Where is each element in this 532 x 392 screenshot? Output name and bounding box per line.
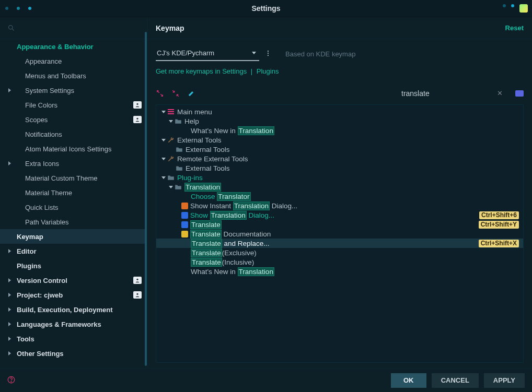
sidebar-item-languages-frameworks[interactable]: Languages & Frameworks <box>0 317 147 331</box>
tree-row[interactable]: TranslateCtrl+Shift+Y <box>156 220 523 229</box>
edit-icon[interactable] <box>187 89 195 98</box>
folder-icon <box>175 145 183 153</box>
tree-row[interactable]: Main menu <box>156 107 523 116</box>
menu-icon <box>167 108 175 116</box>
page-title: Keymap <box>156 24 184 32</box>
project-badge-icon <box>133 277 142 284</box>
clear-search-icon[interactable]: ✕ <box>497 89 503 97</box>
svg-point-5 <box>136 293 138 295</box>
project-badge-icon <box>133 291 142 299</box>
chevron-right-icon <box>7 88 11 92</box>
folder-icon <box>167 173 175 182</box>
expand-all-icon[interactable] <box>156 89 164 98</box>
tree-row[interactable]: Show Instant Translation Dialog... <box>156 201 523 210</box>
filter-icon[interactable] <box>515 90 524 97</box>
ok-button[interactable]: OK <box>391 373 426 388</box>
shortcut-badge: Ctrl+Shift+6 <box>479 211 519 219</box>
sidebar-item-appearance[interactable]: Appearance <box>0 54 147 68</box>
chevron-right-icon <box>7 307 11 312</box>
help-icon[interactable] <box>7 376 15 385</box>
sidebar-item-label: Project: cjweb <box>17 291 63 299</box>
plugins-link[interactable]: Plugins <box>257 67 279 75</box>
tree-row[interactable]: What's New in Translation <box>156 126 523 135</box>
content-pane: Keymap Reset CJ's KDE/Pycharm Based on K… <box>147 17 532 368</box>
svg-point-16 <box>11 381 11 382</box>
tree-row[interactable]: Remote External Tools <box>156 154 523 163</box>
reset-link[interactable]: Reset <box>505 24 524 32</box>
tree-row[interactable]: Translate Documentation <box>156 229 523 239</box>
tree-row[interactable]: External Tools <box>156 135 523 145</box>
sidebar-item-system-settings[interactable]: System Settings <box>0 83 147 98</box>
tree-row[interactable]: What's New in Translation <box>156 267 523 276</box>
settings-window: Settings Appearance & BehaviorAppearance… <box>0 0 532 392</box>
sidebar-item-quick-lists[interactable]: Quick Lists <box>0 200 147 215</box>
sidebar-item-label: Extra Icons <box>25 160 59 168</box>
sidebar-item-label: Notifications <box>25 130 62 138</box>
tree-row[interactable]: Translate and Replace...Ctrl+Shift+X <box>156 239 523 248</box>
sidebar-item-material-custom-theme[interactable]: Material Custom Theme <box>0 171 147 185</box>
sidebar-item-file-colors[interactable]: File Colors <box>0 98 147 112</box>
svg-point-8 <box>268 54 269 55</box>
keymap-selector-row: CJ's KDE/Pycharm Based on KDE keymap <box>156 46 524 61</box>
sidebar-item-version-control[interactable]: Version Control <box>0 273 147 288</box>
folder-icon <box>175 164 183 172</box>
cancel-button[interactable]: CANCEL <box>432 373 479 388</box>
keymap-dropdown[interactable]: CJ's KDE/Pycharm <box>156 46 259 61</box>
tree-row[interactable]: Help <box>156 116 523 126</box>
tree-search[interactable]: ✕ <box>397 87 502 100</box>
collapse-all-icon[interactable] <box>171 89 180 98</box>
tree-row[interactable]: Plug-ins <box>156 173 523 182</box>
settings-link[interactable]: Get more keymaps in Settings <box>156 67 247 75</box>
action-icon <box>181 203 188 209</box>
tree-search-input[interactable] <box>401 89 493 98</box>
tree-row[interactable]: Show Translation Dialog...Ctrl+Shift+6 <box>156 210 523 220</box>
sidebar-item-scopes[interactable]: Scopes <box>0 112 147 127</box>
tree-row[interactable]: Translate(Exclusive) <box>156 248 523 257</box>
sidebar-item-menus-and-toolbars[interactable]: Menus and Toolbars <box>0 68 147 83</box>
sidebar-item-project-cjweb[interactable]: Project: cjweb <box>0 288 147 302</box>
svg-point-2 <box>136 103 138 105</box>
dropdown-value: CJ's KDE/Pycharm <box>157 49 214 57</box>
project-badge-icon <box>133 116 142 123</box>
sidebar-item-label: Languages & Frameworks <box>17 320 101 328</box>
sidebar-item-label: Material Theme <box>25 189 72 197</box>
sidebar-item-plugins[interactable]: Plugins <box>0 258 147 273</box>
tree-row[interactable]: External Tools <box>156 145 523 154</box>
sidebar-item-extra-icons[interactable]: Extra Icons <box>0 156 147 171</box>
chevron-right-icon <box>7 322 11 326</box>
sidebar-search[interactable] <box>0 17 147 39</box>
tree-row[interactable]: Translation <box>156 182 523 192</box>
sidebar-item-label: Material Custom Theme <box>25 174 97 182</box>
sidebar-item-appearance-behavior[interactable]: Appearance & Behavior <box>0 39 147 54</box>
tree-row[interactable]: Choose Translator <box>156 192 523 201</box>
sidebar-item-editor[interactable]: Editor <box>0 244 147 258</box>
sidebar-item-material-theme[interactable]: Material Theme <box>0 185 147 200</box>
shortcut-badge: Ctrl+Shift+X <box>479 240 519 247</box>
keymap-tree[interactable]: Main menu Help What's New in Translation… <box>156 105 523 278</box>
folder-icon <box>174 183 182 191</box>
sidebar-item-label: Atom Material Icons Settings <box>25 145 111 153</box>
content-header: Keymap Reset <box>147 17 532 39</box>
sidebar-item-tools[interactable]: Tools <box>0 331 147 346</box>
gear-icon[interactable] <box>267 50 274 58</box>
tree-row[interactable]: External Tools <box>156 163 523 173</box>
svg-line-1 <box>12 29 14 30</box>
sidebar-item-notifications[interactable]: Notifications <box>0 127 147 141</box>
action-icon <box>181 212 188 219</box>
sidebar-item-label: Plugins <box>17 262 41 270</box>
svg-line-10 <box>160 94 163 96</box>
apply-button[interactable]: APPLY <box>484 373 525 388</box>
sidebar-item-keymap[interactable]: Keymap <box>0 229 147 244</box>
sidebar-item-path-variables[interactable]: Path Variables <box>0 215 147 229</box>
chevron-right-icon <box>7 161 11 165</box>
sidebar-item-atom-material-icons-settings[interactable]: Atom Material Icons Settings <box>0 141 147 156</box>
sidebar-item-build-execution-deployment[interactable]: Build, Execution, Deployment <box>0 302 147 317</box>
svg-point-0 <box>9 26 13 30</box>
wrench-icon <box>167 136 175 144</box>
chevron-right-icon <box>7 351 11 355</box>
sidebar: Appearance & BehaviorAppearanceMenus and… <box>0 17 147 368</box>
sidebar-scrollbar[interactable] <box>145 32 147 366</box>
tree-row[interactable]: Translate(Inclusive) <box>156 257 523 267</box>
sidebar-item-label: File Colors <box>25 101 57 109</box>
sidebar-item-other-settings[interactable]: Other Settings <box>0 346 147 361</box>
